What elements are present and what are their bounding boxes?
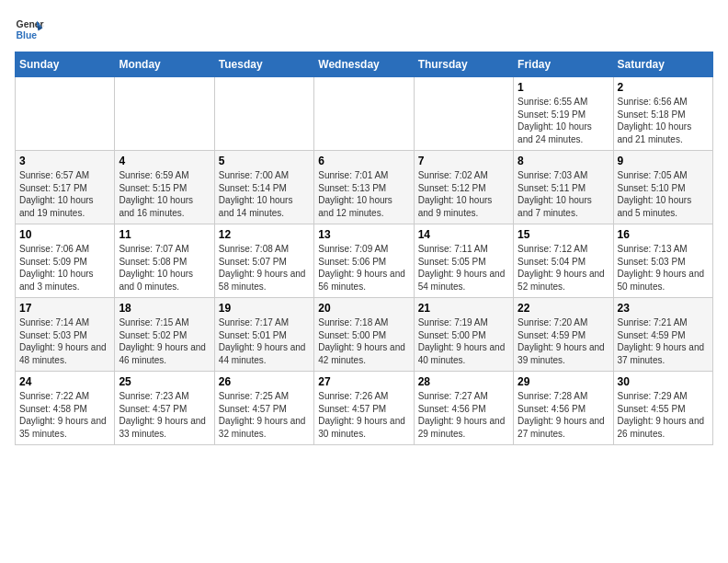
day-info: Sunrise: 7:08 AM Sunset: 5:07 PM Dayligh… — [219, 243, 310, 293]
calendar-cell: 12Sunrise: 7:08 AM Sunset: 5:07 PM Dayli… — [214, 224, 313, 298]
calendar-cell: 19Sunrise: 7:17 AM Sunset: 5:01 PM Dayli… — [214, 298, 313, 372]
day-number: 14 — [418, 228, 509, 241]
calendar-cell: 23Sunrise: 7:21 AM Sunset: 4:59 PM Dayli… — [613, 298, 712, 372]
calendar-cell — [414, 77, 513, 151]
day-info: Sunrise: 7:06 AM Sunset: 5:09 PM Dayligh… — [19, 243, 110, 293]
day-info: Sunrise: 6:59 AM Sunset: 5:15 PM Dayligh… — [119, 169, 210, 219]
calendar-cell: 1Sunrise: 6:55 AM Sunset: 5:19 PM Daylig… — [514, 77, 613, 151]
calendar-cell: 30Sunrise: 7:29 AM Sunset: 4:55 PM Dayli… — [613, 372, 712, 445]
header: General Blue — [15, 15, 713, 44]
calendar-cell: 6Sunrise: 7:01 AM Sunset: 5:13 PM Daylig… — [314, 151, 414, 224]
weekday-header-friday: Friday — [514, 52, 613, 77]
calendar-cell: 4Sunrise: 6:59 AM Sunset: 5:15 PM Daylig… — [115, 151, 214, 224]
day-number: 28 — [418, 375, 509, 388]
day-number: 4 — [119, 155, 210, 167]
calendar-cell: 20Sunrise: 7:18 AM Sunset: 5:00 PM Dayli… — [314, 298, 414, 372]
day-number: 25 — [119, 375, 210, 388]
day-number: 1 — [518, 81, 609, 94]
calendar-cell: 18Sunrise: 7:15 AM Sunset: 5:02 PM Dayli… — [115, 298, 214, 372]
day-number: 7 — [418, 155, 509, 167]
calendar-cell: 2Sunrise: 6:56 AM Sunset: 5:18 PM Daylig… — [613, 77, 712, 151]
day-number: 23 — [618, 302, 709, 315]
weekday-header-wednesday: Wednesday — [314, 52, 414, 77]
day-info: Sunrise: 7:25 AM Sunset: 4:57 PM Dayligh… — [219, 390, 310, 440]
day-number: 17 — [19, 302, 110, 315]
day-info: Sunrise: 7:17 AM Sunset: 5:01 PM Dayligh… — [219, 316, 310, 366]
day-number: 27 — [318, 375, 409, 388]
day-info: Sunrise: 7:19 AM Sunset: 5:00 PM Dayligh… — [418, 316, 509, 366]
calendar-cell — [115, 77, 214, 151]
day-number: 29 — [518, 375, 609, 388]
calendar-cell: 7Sunrise: 7:02 AM Sunset: 5:12 PM Daylig… — [414, 151, 513, 224]
day-info: Sunrise: 6:56 AM Sunset: 5:18 PM Dayligh… — [618, 96, 709, 145]
day-number: 5 — [219, 155, 310, 167]
calendar-cell: 25Sunrise: 7:23 AM Sunset: 4:57 PM Dayli… — [115, 372, 214, 445]
day-info: Sunrise: 7:26 AM Sunset: 4:57 PM Dayligh… — [318, 390, 409, 440]
calendar-cell: 5Sunrise: 7:00 AM Sunset: 5:14 PM Daylig… — [214, 151, 313, 224]
logo: General Blue — [15, 15, 44, 44]
day-number: 26 — [219, 375, 310, 388]
weekday-header-saturday: Saturday — [613, 52, 712, 77]
day-info: Sunrise: 7:05 AM Sunset: 5:10 PM Dayligh… — [618, 169, 709, 219]
calendar-cell: 3Sunrise: 6:57 AM Sunset: 5:17 PM Daylig… — [16, 151, 115, 224]
day-info: Sunrise: 7:03 AM Sunset: 5:11 PM Dayligh… — [518, 169, 609, 219]
day-number: 20 — [318, 302, 409, 315]
weekday-header-monday: Monday — [115, 52, 214, 77]
day-info: Sunrise: 7:14 AM Sunset: 5:03 PM Dayligh… — [19, 316, 110, 366]
day-info: Sunrise: 7:01 AM Sunset: 5:13 PM Dayligh… — [318, 169, 409, 219]
calendar-table: SundayMondayTuesdayWednesdayThursdayFrid… — [15, 52, 713, 445]
calendar-cell: 8Sunrise: 7:03 AM Sunset: 5:11 PM Daylig… — [514, 151, 613, 224]
day-info: Sunrise: 6:57 AM Sunset: 5:17 PM Dayligh… — [19, 169, 110, 219]
calendar-cell: 13Sunrise: 7:09 AM Sunset: 5:06 PM Dayli… — [314, 224, 414, 298]
day-number: 10 — [19, 228, 110, 241]
calendar-cell: 10Sunrise: 7:06 AM Sunset: 5:09 PM Dayli… — [16, 224, 115, 298]
day-info: Sunrise: 6:55 AM Sunset: 5:19 PM Dayligh… — [518, 96, 609, 145]
day-number: 16 — [618, 228, 709, 241]
day-number: 22 — [518, 302, 609, 315]
day-number: 13 — [318, 228, 409, 241]
calendar-cell: 22Sunrise: 7:20 AM Sunset: 4:59 PM Dayli… — [514, 298, 613, 372]
day-number: 21 — [418, 302, 509, 315]
calendar-cell: 29Sunrise: 7:28 AM Sunset: 4:56 PM Dayli… — [514, 372, 613, 445]
day-number: 18 — [119, 302, 210, 315]
day-info: Sunrise: 7:29 AM Sunset: 4:55 PM Dayligh… — [618, 390, 709, 440]
day-info: Sunrise: 7:07 AM Sunset: 5:08 PM Dayligh… — [119, 243, 210, 293]
calendar-cell — [16, 77, 115, 151]
calendar-cell: 9Sunrise: 7:05 AM Sunset: 5:10 PM Daylig… — [613, 151, 712, 224]
day-info: Sunrise: 7:13 AM Sunset: 5:03 PM Dayligh… — [618, 243, 709, 293]
day-info: Sunrise: 7:15 AM Sunset: 5:02 PM Dayligh… — [119, 316, 210, 366]
day-number: 8 — [518, 155, 609, 167]
day-info: Sunrise: 7:02 AM Sunset: 5:12 PM Dayligh… — [418, 169, 509, 219]
day-info: Sunrise: 7:11 AM Sunset: 5:05 PM Dayligh… — [418, 243, 509, 293]
day-number: 2 — [618, 81, 709, 94]
day-number: 24 — [19, 375, 110, 388]
svg-text:Blue: Blue — [17, 30, 38, 40]
calendar-cell: 28Sunrise: 7:27 AM Sunset: 4:56 PM Dayli… — [414, 372, 513, 445]
weekday-header-thursday: Thursday — [414, 52, 513, 77]
calendar-cell: 14Sunrise: 7:11 AM Sunset: 5:05 PM Dayli… — [414, 224, 513, 298]
calendar-cell: 16Sunrise: 7:13 AM Sunset: 5:03 PM Dayli… — [613, 224, 712, 298]
day-number: 30 — [618, 375, 709, 388]
day-number: 9 — [618, 155, 709, 167]
day-info: Sunrise: 7:09 AM Sunset: 5:06 PM Dayligh… — [318, 243, 409, 293]
calendar-cell: 17Sunrise: 7:14 AM Sunset: 5:03 PM Dayli… — [16, 298, 115, 372]
logo-icon: General Blue — [15, 15, 44, 44]
day-info: Sunrise: 7:23 AM Sunset: 4:57 PM Dayligh… — [119, 390, 210, 440]
day-info: Sunrise: 7:21 AM Sunset: 4:59 PM Dayligh… — [618, 316, 709, 366]
calendar-cell: 15Sunrise: 7:12 AM Sunset: 5:04 PM Dayli… — [514, 224, 613, 298]
weekday-header-tuesday: Tuesday — [214, 52, 313, 77]
weekday-header-sunday: Sunday — [16, 52, 115, 77]
calendar-cell: 21Sunrise: 7:19 AM Sunset: 5:00 PM Dayli… — [414, 298, 513, 372]
day-number: 6 — [318, 155, 409, 167]
calendar-cell: 24Sunrise: 7:22 AM Sunset: 4:58 PM Dayli… — [16, 372, 115, 445]
day-number: 19 — [219, 302, 310, 315]
calendar-cell — [314, 77, 414, 151]
day-number: 15 — [518, 228, 609, 241]
day-number: 12 — [219, 228, 310, 241]
calendar-cell: 11Sunrise: 7:07 AM Sunset: 5:08 PM Dayli… — [115, 224, 214, 298]
day-number: 3 — [19, 155, 110, 167]
day-info: Sunrise: 7:00 AM Sunset: 5:14 PM Dayligh… — [219, 169, 310, 219]
day-info: Sunrise: 7:12 AM Sunset: 5:04 PM Dayligh… — [518, 243, 609, 293]
day-info: Sunrise: 7:18 AM Sunset: 5:00 PM Dayligh… — [318, 316, 409, 366]
day-info: Sunrise: 7:20 AM Sunset: 4:59 PM Dayligh… — [518, 316, 609, 366]
